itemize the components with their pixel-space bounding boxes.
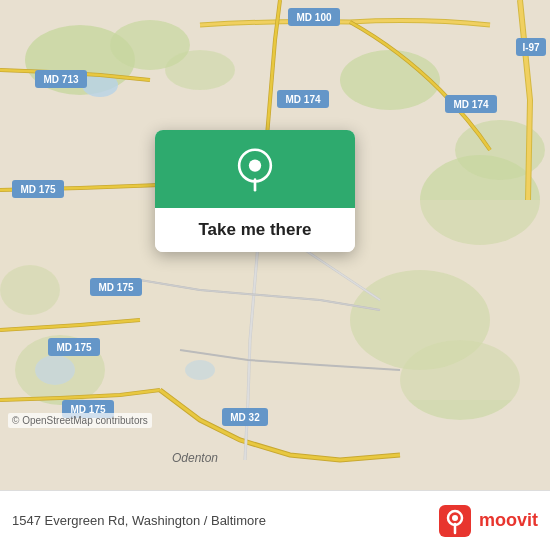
moovit-logo: moovit [439,505,538,537]
svg-text:MD 175: MD 175 [56,342,91,353]
svg-text:MD 713: MD 713 [43,74,78,85]
map-container: MD 100 MD 174 MD 174 MD 713 MD 175 MD 17… [0,0,550,490]
moovit-text: moovit [479,510,538,531]
svg-point-40 [452,515,458,521]
svg-text:I-97: I-97 [522,42,540,53]
svg-text:MD 175: MD 175 [20,184,55,195]
copyright-text: © OpenStreetMap contributors [8,413,152,428]
svg-point-10 [165,50,235,90]
svg-text:MD 174: MD 174 [453,99,488,110]
svg-text:MD 32: MD 32 [230,412,260,423]
popup-card: Take me there [155,130,355,252]
popup-header [155,130,355,208]
bottom-bar: 1547 Evergreen Rd, Washington / Baltimor… [0,490,550,550]
location-pin-icon [233,148,277,192]
moovit-icon [439,505,471,537]
svg-text:MD 174: MD 174 [285,94,320,105]
svg-text:MD 175: MD 175 [98,282,133,293]
svg-point-37 [249,159,261,171]
take-me-there-button[interactable]: Take me there [155,208,355,252]
svg-text:MD 100: MD 100 [296,12,331,23]
svg-text:Odenton: Odenton [172,451,218,465]
svg-point-3 [340,50,440,110]
address-text: 1547 Evergreen Rd, Washington / Baltimor… [12,513,266,528]
